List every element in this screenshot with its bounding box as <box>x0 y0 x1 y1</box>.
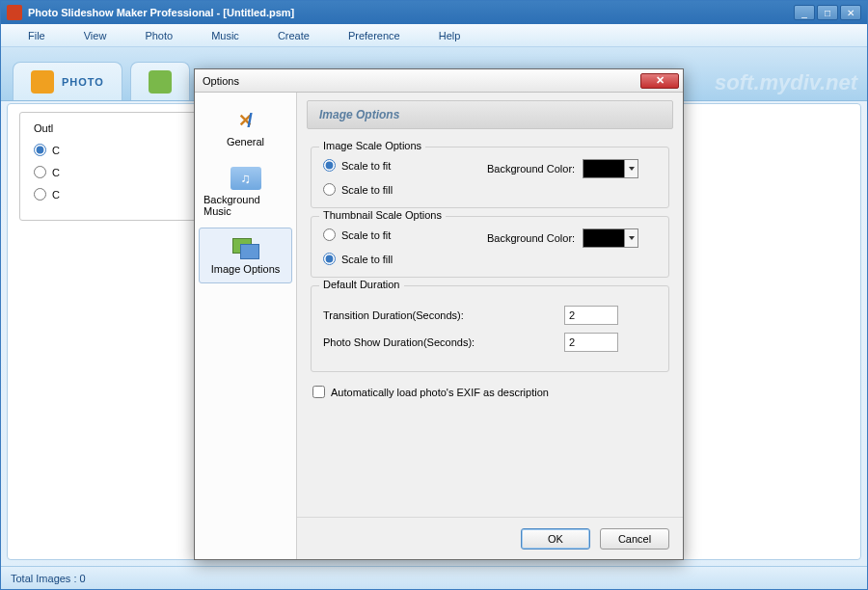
group-label: Outl <box>34 122 53 134</box>
thumb-scale-fill-radio[interactable] <box>323 253 336 265</box>
minimize-button[interactable]: _ <box>794 5 815 20</box>
menu-view[interactable]: View <box>65 26 126 45</box>
image-scale-title: Image Scale Options <box>319 140 425 151</box>
sidebar-item-image-options[interactable]: Image Options <box>199 228 292 283</box>
sidebar-item-background-music[interactable]: Background Music <box>199 158 292 226</box>
menu-photo[interactable]: Photo <box>125 26 192 45</box>
duration-title: Default Duration <box>319 279 404 290</box>
dialog-sidebar: General Background Music Image Options <box>195 93 297 559</box>
sidebar-imgopt-label: Image Options <box>211 263 281 275</box>
thumb-bgcolor-picker[interactable] <box>583 228 638 248</box>
dialog-main: Image Options Image Scale Options Scale … <box>297 93 683 559</box>
menu-preference[interactable]: Preference <box>329 26 420 45</box>
exif-checkbox[interactable] <box>312 386 325 398</box>
bg-radio-3[interactable] <box>34 188 46 201</box>
image-bgcolor-label: Background Color: <box>487 163 575 174</box>
close-button[interactable]: ✕ <box>840 5 861 20</box>
bg-radio-1-label: C <box>52 145 60 156</box>
app-icon <box>7 5 22 20</box>
panel-header: Image Options <box>307 100 673 129</box>
images-icon <box>231 236 261 259</box>
menu-create[interactable]: Create <box>258 26 329 45</box>
tools-icon <box>231 109 261 132</box>
tab-photo[interactable]: PHOTO <box>13 62 122 100</box>
photo-icon <box>31 70 54 94</box>
main-window: Photo Slideshow Maker Professional - [Un… <box>0 0 868 590</box>
photo-duration-label: Photo Show Duration(Seconds): <box>323 336 475 348</box>
image-scale-fill-radio[interactable] <box>323 183 336 196</box>
thumb-scale-fill-label: Scale to fill <box>341 254 393 265</box>
dialog-titlebar: Options ✕ <box>195 69 683 93</box>
watermark: soft.mydiv.net <box>715 70 857 95</box>
sidebar-item-general[interactable]: General <box>199 100 292 156</box>
transition-duration-label: Transition Duration(Seconds): <box>323 309 464 321</box>
thumb-scale-fit-label: Scale to fit <box>341 229 391 241</box>
music-icon <box>231 167 261 190</box>
ok-button[interactable]: OK <box>521 528 590 550</box>
image-scale-fill-label: Scale to fill <box>341 184 393 196</box>
options-dialog: Options ✕ General Background Music Image… <box>194 68 684 560</box>
thumb-bgcolor-swatch <box>583 229 624 247</box>
bg-radio-2[interactable] <box>34 166 46 178</box>
image-scale-fit-label: Scale to fit <box>341 160 391 172</box>
tab-second[interactable] <box>130 62 190 100</box>
statusbar: Total Images : 0 <box>1 566 867 589</box>
default-duration-group: Default Duration Transition Duration(Sec… <box>311 285 669 372</box>
chevron-down-icon[interactable] <box>624 229 637 247</box>
bg-radio-2-label: C <box>52 167 60 178</box>
image-bgcolor-swatch <box>583 160 624 177</box>
toolbar-icon <box>149 70 172 94</box>
tab-photo-label: PHOTO <box>62 76 104 88</box>
menu-file[interactable]: File <box>9 26 65 45</box>
sidebar-bgmusic-label: Background Music <box>203 194 287 217</box>
chevron-down-icon[interactable] <box>624 160 637 177</box>
thumb-scale-fit-radio[interactable] <box>323 228 336 241</box>
menubar: File View Photo Music Create Preference … <box>1 24 867 47</box>
photo-duration-input[interactable] <box>564 333 618 352</box>
bg-radio-3-label: C <box>52 189 60 201</box>
image-scale-group: Image Scale Options Scale to fit Scale t… <box>311 147 669 208</box>
exif-checkbox-label: Automatically load photo's EXIF as descr… <box>331 387 549 398</box>
image-scale-fit-radio[interactable] <box>323 159 336 172</box>
dialog-title: Options <box>203 75 640 87</box>
maximize-button[interactable]: □ <box>817 5 838 20</box>
sidebar-general-label: General <box>227 136 264 148</box>
dialog-button-bar: OK Cancel <box>297 517 683 559</box>
cancel-button[interactable]: Cancel <box>600 528 669 550</box>
menu-help[interactable]: Help <box>420 26 480 45</box>
thumbnail-scale-group: Thumbnail Scale Options Scale to fit Sca… <box>311 216 669 278</box>
thumb-bgcolor-label: Background Color: <box>487 232 575 244</box>
menu-music[interactable]: Music <box>192 26 258 45</box>
image-bgcolor-picker[interactable] <box>583 159 638 178</box>
bg-radio-1[interactable] <box>34 144 46 156</box>
status-text: Total Images : 0 <box>11 573 86 584</box>
titlebar: Photo Slideshow Maker Professional - [Un… <box>1 1 867 24</box>
transition-duration-input[interactable] <box>564 306 618 325</box>
thumb-scale-title: Thumbnail Scale Options <box>319 209 446 221</box>
window-title: Photo Slideshow Maker Professional - [Un… <box>28 7 794 18</box>
dialog-close-button[interactable]: ✕ <box>640 73 679 89</box>
